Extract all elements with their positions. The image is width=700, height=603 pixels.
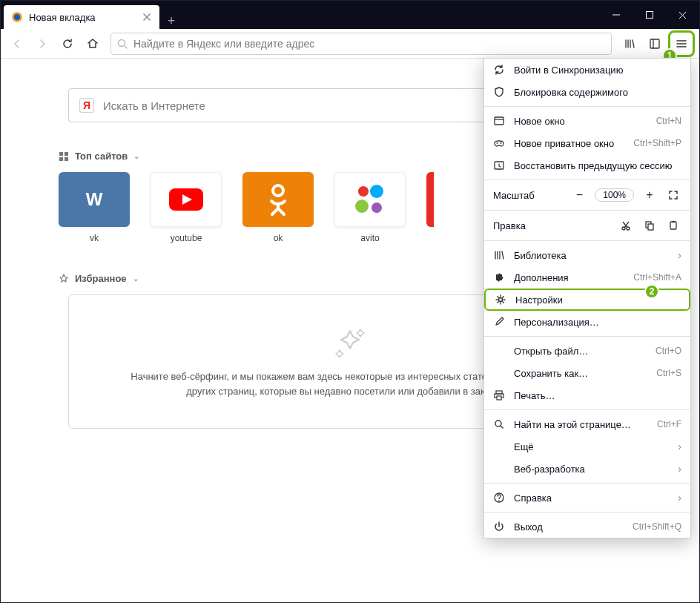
- vk-icon: W: [59, 172, 130, 227]
- menu-shortcut: Ctrl+F: [657, 419, 681, 429]
- menu-open-file[interactable]: Открыть файл… Ctrl+O: [484, 340, 690, 362]
- highlights-label: Избранное: [75, 273, 127, 284]
- zoom-in-button[interactable]: +: [641, 187, 658, 203]
- menu-sync[interactable]: Войти в Синхронизацию: [484, 59, 690, 81]
- library-button[interactable]: [618, 32, 641, 56]
- menu-exit[interactable]: Выход Ctrl+Shift+Q: [484, 515, 690, 538]
- menu-shortcut: Ctrl+Shift+A: [633, 272, 681, 283]
- svg-point-14: [355, 200, 369, 213]
- printer-icon: [493, 389, 505, 401]
- menu-separator: [484, 512, 690, 513]
- svg-point-13: [370, 185, 383, 198]
- mask-icon: [493, 137, 505, 149]
- tile-partial[interactable]: [426, 172, 434, 227]
- svg-point-17: [497, 142, 498, 144]
- menu-edit-row: Правка: [484, 214, 690, 237]
- menu-settings[interactable]: Настройки 2: [484, 289, 690, 311]
- svg-rect-7: [59, 157, 63, 161]
- menu-label: Веб-разработка: [514, 464, 669, 475]
- gear-icon: [495, 294, 506, 306]
- zoom-out-button[interactable]: −: [571, 187, 587, 203]
- menu-label: Дополнения: [514, 272, 624, 283]
- reload-button[interactable]: [56, 32, 79, 56]
- menu-shortcut: Ctrl+N: [656, 116, 681, 126]
- chevron-right-icon: ›: [678, 441, 681, 452]
- fullscreen-button[interactable]: [665, 187, 681, 203]
- close-tab-icon[interactable]: [142, 12, 152, 22]
- tile-ok[interactable]: ok: [242, 172, 314, 243]
- url-bar[interactable]: Найдите в Яндекс или введите адрес: [110, 33, 612, 55]
- blank-icon: [493, 367, 505, 379]
- menu-separator: [484, 336, 690, 337]
- paste-button[interactable]: [665, 217, 681, 234]
- tab-active[interactable]: Новая вкладка: [4, 5, 159, 29]
- menu-label: Ещё: [514, 441, 669, 452]
- callout-badge-2: 2: [644, 284, 659, 299]
- menu-customize[interactable]: Персонализация…: [484, 311, 690, 333]
- youtube-icon: [151, 172, 222, 227]
- tile-youtube[interactable]: youtube: [151, 172, 222, 243]
- tile-label: youtube: [151, 233, 222, 243]
- copy-button[interactable]: [641, 217, 658, 234]
- svg-text:W: W: [86, 189, 103, 209]
- maximize-button[interactable]: [633, 1, 666, 29]
- blank-icon: [493, 441, 505, 452]
- avito-icon: [334, 172, 406, 227]
- menu-restore-session[interactable]: Восстановить предыдущую сессию: [484, 154, 690, 177]
- nav-toolbar: Найдите в Яндекс или введите адрес 1: [1, 29, 699, 59]
- menu-separator: [484, 106, 690, 107]
- menu-help[interactable]: Справка ›: [484, 487, 690, 509]
- minimize-button[interactable]: [599, 1, 633, 29]
- menu-addons[interactable]: Дополнения Ctrl+Shift+A: [484, 266, 690, 289]
- menu-save-as[interactable]: Сохранить как… Ctrl+S: [484, 362, 690, 384]
- tab-title: Новая вкладка: [29, 12, 142, 23]
- zoom-value[interactable]: 100%: [595, 188, 634, 202]
- zoom-label: Масштаб: [493, 190, 564, 201]
- menu-more[interactable]: Ещё ›: [484, 435, 690, 458]
- menu-web-developer[interactable]: Веб-разработка ›: [484, 458, 690, 480]
- menu-label: Справка: [514, 492, 669, 504]
- svg-point-11: [273, 185, 283, 196]
- yandex-logo-icon: Я: [79, 98, 94, 113]
- home-button[interactable]: [81, 32, 105, 56]
- svg-point-1: [14, 14, 20, 20]
- menu-new-private-window[interactable]: Новое приватное окно Ctrl+Shift+P: [484, 132, 690, 154]
- menu-label: Библиотека: [514, 250, 669, 261]
- menu-library[interactable]: Библиотека ›: [484, 244, 690, 266]
- titlebar: Новая вкладка +: [1, 1, 699, 29]
- tile-vk[interactable]: W vk: [59, 172, 130, 243]
- close-window-button[interactable]: [666, 1, 699, 29]
- menu-new-window[interactable]: Новое окно Ctrl+N: [484, 110, 690, 132]
- window-controls: [599, 1, 699, 29]
- svg-point-3: [119, 39, 125, 46]
- menu-label: Найти на этой странице…: [514, 419, 648, 430]
- cut-button[interactable]: [618, 217, 634, 234]
- menu-label: Открыть файл…: [514, 346, 647, 357]
- menu-label: Печать…: [514, 390, 681, 401]
- blank-icon: [493, 345, 505, 357]
- svg-rect-5: [59, 152, 63, 156]
- menu-print[interactable]: Печать…: [484, 384, 690, 406]
- menu-content-blocking[interactable]: Блокировка содержимого: [484, 81, 690, 103]
- menu-shortcut: Ctrl+Shift+P: [633, 138, 681, 148]
- tile-avito[interactable]: avito: [334, 172, 406, 243]
- svg-rect-4: [650, 39, 659, 48]
- search-icon: [493, 418, 505, 430]
- chevron-right-icon: ›: [678, 463, 681, 475]
- new-tab-button[interactable]: +: [159, 13, 183, 29]
- yandex-placeholder: Искать в Интернете: [103, 99, 205, 112]
- svg-rect-25: [672, 221, 675, 223]
- svg-rect-6: [65, 152, 68, 156]
- menu-separator: [484, 210, 690, 211]
- svg-point-15: [372, 202, 382, 213]
- forward-button: [30, 32, 54, 56]
- menu-find[interactable]: Найти на этой странице… Ctrl+F: [484, 413, 690, 435]
- sparkle-icon: [332, 325, 368, 360]
- firefox-icon: [11, 11, 23, 23]
- url-placeholder: Найдите в Яндекс или введите адрес: [133, 38, 314, 50]
- svg-point-18: [501, 142, 502, 144]
- svg-point-12: [358, 186, 369, 197]
- app-menu-button[interactable]: 1: [668, 30, 695, 57]
- top-sites-label: Топ сайтов: [75, 151, 128, 162]
- edit-label: Правка: [493, 220, 610, 231]
